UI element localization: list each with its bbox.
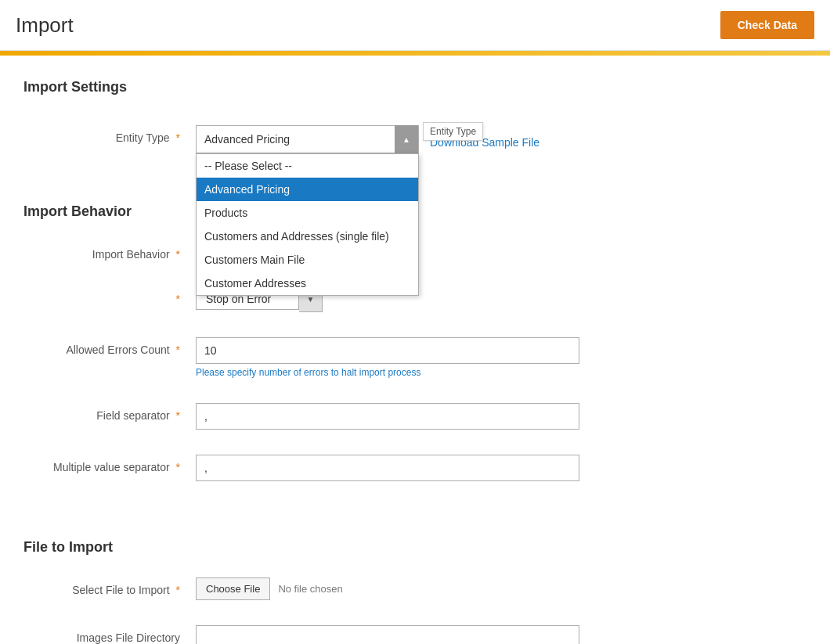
- dropdown-option-customers-addresses[interactable]: Customers and Addresses (single file): [197, 225, 418, 248]
- select-file-label: Select File to Import *: [23, 577, 196, 596]
- images-dir-control: For Type "Local Server" use relative pat…: [196, 625, 807, 644]
- multiple-value-control: [196, 455, 807, 481]
- field-separator-row: Field separator *: [23, 397, 807, 436]
- import-behavior-label: Import Behavior *: [23, 242, 196, 261]
- file-to-import-section: File to Import Select File to Import * C…: [23, 523, 807, 644]
- dropdown-option-please-select[interactable]: -- Please Select --: [197, 154, 418, 178]
- field-separator-input[interactable]: [196, 403, 579, 430]
- file-to-import-title: File to Import: [23, 539, 807, 556]
- page-header: Import Check Data: [0, 0, 830, 51]
- multiple-value-label: Multiple value separator *: [23, 455, 196, 473]
- select-file-control: Choose File No file chosen: [196, 577, 807, 600]
- allowed-errors-help: Please specify number of errors to halt …: [196, 367, 420, 378]
- images-dir-label: Images File Directory: [23, 625, 196, 644]
- dropdown-option-customer-addresses[interactable]: Customer Addresses: [197, 272, 418, 295]
- entity-type-selected-value: Advanced Pricing: [197, 129, 395, 149]
- required-star-multi-sep: *: [176, 461, 180, 473]
- dropdown-option-customers-main[interactable]: Customers Main File: [197, 248, 418, 272]
- required-star: *: [176, 131, 180, 144]
- allowed-errors-label: Allowed Errors Count *: [23, 337, 196, 356]
- multiple-value-input[interactable]: [196, 455, 579, 481]
- entity-type-select-wrapper: Advanced Pricing ▲ -- Please Select -- A…: [196, 125, 419, 153]
- allowed-errors-input[interactable]: [196, 337, 579, 364]
- entity-type-dropdown[interactable]: -- Please Select -- Advanced Pricing Pro…: [196, 153, 419, 296]
- import-settings-title: Import Settings: [23, 79, 807, 103]
- entity-type-row: Entity Type * Advanced Pricing ▲: [23, 119, 807, 160]
- entity-type-select-display[interactable]: Advanced Pricing ▲: [196, 125, 419, 153]
- allowed-errors-control: Please specify number of errors to halt …: [196, 337, 807, 378]
- import-settings-section: Import Settings Entity Type * Advanced P…: [23, 71, 807, 188]
- required-star-field-sep: *: [176, 409, 180, 422]
- choose-file-button[interactable]: Choose File: [196, 577, 270, 600]
- required-star-file: *: [176, 584, 180, 596]
- images-dir-row: Images File Directory For Type "Local Se…: [23, 619, 807, 644]
- field-separator-label: Field separator *: [23, 403, 196, 422]
- main-content: Import Settings Entity Type * Advanced P…: [0, 56, 830, 644]
- required-star-behavior: *: [176, 248, 180, 261]
- multiple-value-separator-row: Multiple value separator *: [23, 448, 807, 487]
- dropdown-option-advanced-pricing[interactable]: Advanced Pricing: [197, 178, 418, 201]
- allowed-errors-row: Allowed Errors Count * Please specify nu…: [23, 331, 807, 384]
- field-separator-control: [196, 403, 807, 430]
- page-title: Import: [16, 13, 74, 38]
- dropdown-arrow-icon[interactable]: ▲: [395, 125, 418, 153]
- entity-type-control: Advanced Pricing ▲ -- Please Select -- A…: [196, 125, 807, 153]
- required-star-errors: *: [176, 344, 180, 356]
- entity-type-tooltip: Entity Type: [423, 122, 483, 141]
- select-file-row: Select File to Import * Choose File No f…: [23, 571, 807, 606]
- required-star-stop: *: [176, 293, 180, 305]
- no-file-text: No file chosen: [278, 583, 342, 595]
- check-data-button[interactable]: Check Data: [720, 11, 814, 39]
- entity-type-label: Entity Type *: [23, 125, 196, 144]
- dropdown-option-products[interactable]: Products: [197, 201, 418, 225]
- images-dir-input[interactable]: [196, 625, 579, 644]
